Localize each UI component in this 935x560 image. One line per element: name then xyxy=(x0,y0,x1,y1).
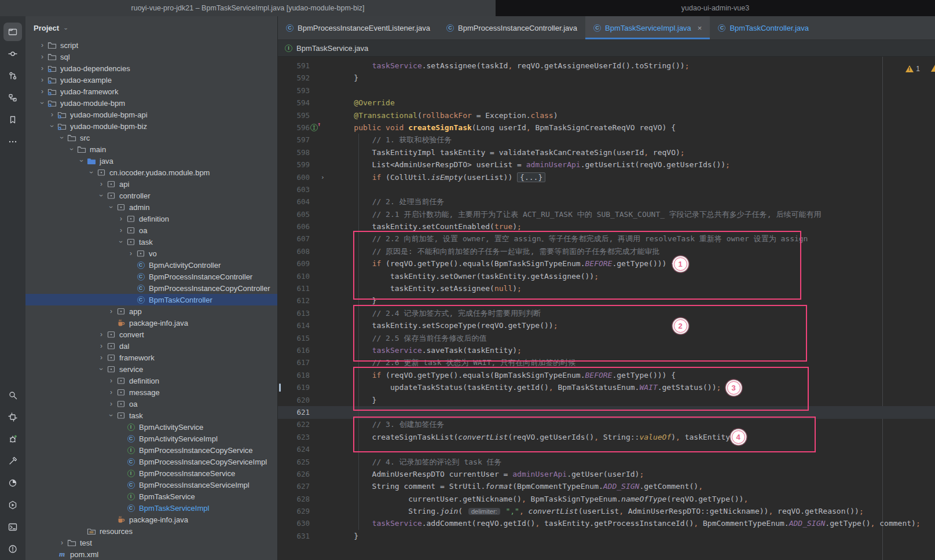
code-line-597[interactable]: 597 // 1. 获取和校验任务 xyxy=(278,134,935,146)
code-line-615[interactable]: 615 // 2.5 保存当前任务修改后的值 xyxy=(278,332,935,344)
tree-item-convert[interactable]: ›convert xyxy=(25,329,277,340)
tree-item-cn.iocoder.yudao.module.bpm[interactable]: ›cn.iocoder.yudao.module.bpm xyxy=(25,167,277,178)
tree-item-package-info.java[interactable]: package-info.java xyxy=(25,317,277,329)
tree-item-yudao-framework[interactable]: ›yudao-framework xyxy=(25,86,277,97)
tree-item-oa[interactable]: ›oa xyxy=(25,224,277,236)
tree-item-BpmActivityServiceImpl[interactable]: CBpmActivityServiceImpl xyxy=(25,433,277,444)
chevron-right-icon[interactable]: › xyxy=(97,180,106,188)
chevron-right-icon[interactable]: › xyxy=(38,87,47,95)
tab-BpmProcessInstanceController.java[interactable]: CBpmProcessInstanceController.java xyxy=(438,16,585,39)
chevron-down-icon[interactable]: › xyxy=(107,411,115,420)
code-line-595[interactable]: 595 @Transactional(rollbackFor = Excepti… xyxy=(278,109,935,121)
chevron-right-icon[interactable]: › xyxy=(57,539,67,547)
chevron-right-icon[interactable]: › xyxy=(107,307,116,315)
code-line-622[interactable]: 622 // 3. 创建加签任务 xyxy=(278,418,935,430)
chevron-down-icon[interactable]: › xyxy=(97,364,105,374)
code-line-630[interactable]: 630 taskService.addComment(reqVO.getId()… xyxy=(278,517,935,529)
tree-item-yudao-module-bpm[interactable]: ›yudao-module-bpm xyxy=(25,97,277,109)
code-line-599[interactable]: 599 List<AdminUserRespDTO> userList = ad… xyxy=(278,159,935,171)
problems-icon[interactable] xyxy=(3,540,22,558)
chevron-down-icon[interactable]: › xyxy=(58,133,66,142)
chevron-right-icon[interactable]: › xyxy=(38,53,47,61)
chevron-right-icon[interactable]: › xyxy=(107,400,116,408)
tree-item-controller[interactable]: ›controller xyxy=(25,190,277,201)
chevron-down-icon[interactable]: › xyxy=(78,156,86,165)
chevron-down-icon[interactable]: › xyxy=(107,202,115,212)
implements-method-gutter-icon[interactable]: I↑ xyxy=(310,124,318,131)
tree-item-api[interactable]: ›api xyxy=(25,178,277,190)
search-icon[interactable] xyxy=(3,386,22,404)
chevron-right-icon[interactable]: › xyxy=(47,110,57,119)
code-line-624[interactable]: 624 xyxy=(278,443,935,455)
code-line-616[interactable]: 616 taskService.saveTask(taskEntity); xyxy=(278,344,935,356)
commit-icon[interactable] xyxy=(3,45,22,63)
chevron-down-icon[interactable]: › xyxy=(68,145,76,154)
code-editor[interactable]: 591 taskService.setAssignee(taskId, reqV… xyxy=(278,57,935,560)
tree-item-vo[interactable]: ›vo xyxy=(25,248,277,259)
chevron-right-icon[interactable]: › xyxy=(97,342,106,350)
code-line-603[interactable]: 603 xyxy=(278,183,935,196)
code-line-628[interactable]: 628 currentUser.getNickname(), BpmTaskSi… xyxy=(278,493,935,505)
chevron-right-icon[interactable]: › xyxy=(38,41,47,49)
chevron-right-icon[interactable]: › xyxy=(38,76,47,84)
tree-item-yudao-module-bpm-api[interactable]: ›yudao-module-bpm-api xyxy=(25,109,277,120)
code-line-608[interactable]: 608 // 原因是: 不能和向前加签的子任务一起审批, 需要等前面的子任务都完… xyxy=(278,245,935,257)
split-tab-bar[interactable]: I BpmTaskService.java xyxy=(278,40,935,57)
bookmarks-icon[interactable] xyxy=(3,110,22,129)
code-line-625[interactable]: 625 // 4. 记录加签的评论到 task 任务 xyxy=(278,456,935,468)
tree-item-yudao-example[interactable]: ›yudao-example xyxy=(25,74,277,86)
tab-BpmProcessInstanceEventListener.java[interactable]: CBpmProcessInstanceEventListener.java xyxy=(278,16,438,39)
tree-item-BpmTaskController[interactable]: CBpmTaskController xyxy=(25,294,277,305)
tree-item-app[interactable]: ›app xyxy=(25,305,277,317)
code-line-629[interactable]: 629 String.join( delimiter: ",", convert… xyxy=(278,505,935,517)
tree-item-admin[interactable]: ›admin xyxy=(25,201,277,213)
tree-item-BpmProcessInstanceService[interactable]: IBpmProcessInstanceService xyxy=(25,467,277,479)
tree-item-framework[interactable]: ›framework xyxy=(25,352,277,363)
code-line-598[interactable]: 598 TaskEntityImpl taskEntity = validate… xyxy=(278,146,935,159)
tree-item-sql[interactable]: ›sql xyxy=(25,51,277,62)
build-icon[interactable] xyxy=(3,452,22,470)
chevron-right-icon[interactable]: › xyxy=(116,226,126,234)
chevron-down-icon[interactable]: › xyxy=(48,121,56,131)
code-line-619[interactable]: 619 updateTaskStatus(taskEntity.getId(),… xyxy=(278,381,935,393)
tree-item-yudao-dependencies[interactable]: ›yudao-dependencies xyxy=(25,62,277,74)
chevron-down-icon[interactable]: › xyxy=(87,168,96,177)
code-line-591[interactable]: 591 taskService.setAssignee(taskId, reqV… xyxy=(278,60,935,72)
code-line-594[interactable]: 594 @Override xyxy=(278,97,935,109)
code-line-605[interactable]: 605 // 2.1 开启计数功能, 主要用于为了让表 ACT_RU_TASK … xyxy=(278,208,935,220)
code-line-blank[interactable] xyxy=(278,542,935,554)
tree-item-pom.xml[interactable]: mpom.xml xyxy=(25,548,277,560)
code-line-593[interactable]: 593 xyxy=(278,84,935,97)
tree-item-package-info.java[interactable]: package-info.java xyxy=(25,514,277,525)
tree-item-BpmTaskService[interactable]: IBpmTaskService xyxy=(25,491,277,502)
chevron-right-icon[interactable]: › xyxy=(97,353,106,362)
chevron-right-icon[interactable]: › xyxy=(38,64,47,72)
structure-icon[interactable] xyxy=(3,89,22,107)
close-icon[interactable]: × xyxy=(698,24,702,32)
code-line-609[interactable]: 609 if (reqVO.getType().equals(BpmTaskSi… xyxy=(278,257,935,270)
inspections-widget[interactable]: 1 xyxy=(905,65,920,73)
code-line-596[interactable]: 596I↑ public void createSignTask(Long us… xyxy=(278,121,935,134)
tree-item-BpmProcessInstanceServiceImpl[interactable]: CBpmProcessInstanceServiceImpl xyxy=(25,479,277,491)
code-line-618[interactable]: 618 if (reqVO.getType().equals(BpmTaskSi… xyxy=(278,369,935,381)
tree-item-BpmActivityController[interactable]: CBpmActivityController xyxy=(25,259,277,271)
project-icon[interactable] xyxy=(3,23,22,41)
tree-item-yudao-module-bpm-biz[interactable]: ›yudao-module-bpm-biz xyxy=(25,120,277,132)
tree-item-BpmProcessInstanceCopyServiceImpl[interactable]: CBpmProcessInstanceCopyServiceImpl xyxy=(25,456,277,467)
code-line-612[interactable]: 612 } xyxy=(278,294,935,307)
tree-item-task[interactable]: ›task xyxy=(25,410,277,421)
code-line-627[interactable]: 627 String comment = StrUtil.format(BpmC… xyxy=(278,480,935,492)
code-line-607[interactable]: 607 // 2.2 向前加签, 设置 owner, 置空 assign。等子任… xyxy=(278,233,935,245)
chevron-right-icon[interactable]: › xyxy=(126,249,135,257)
tree-item-java[interactable]: ›java xyxy=(25,155,277,167)
profiler-icon[interactable] xyxy=(3,474,22,492)
fold-expand-icon[interactable]: › xyxy=(321,171,325,183)
chevron-right-icon[interactable]: › xyxy=(107,377,116,385)
tree-item-oa[interactable]: ›oa xyxy=(25,398,277,410)
code-line-617[interactable]: 617 // 2.6 更新 task 状态为 WAIT, 只有在向前加签的时候 xyxy=(278,356,935,369)
tree-item-message[interactable]: ›message xyxy=(25,386,277,398)
code-line-620[interactable]: 620 } xyxy=(278,394,935,406)
project-panel-header[interactable]: Project ⌄ xyxy=(25,16,277,39)
tree-item-definition[interactable]: ›definition xyxy=(25,213,277,224)
code-line-610[interactable]: 610 taskEntity.setOwner(taskEntity.getAs… xyxy=(278,270,935,282)
